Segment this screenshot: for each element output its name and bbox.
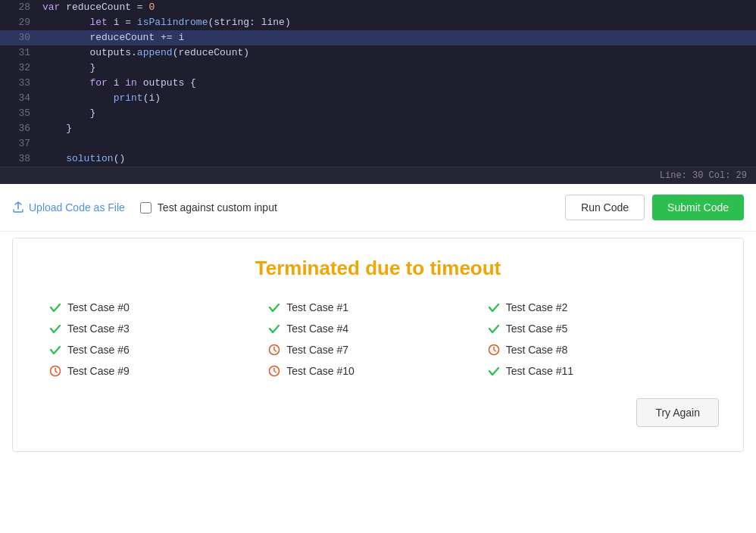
check-icon: [488, 365, 500, 377]
test-case-label: Test Case #5: [506, 323, 568, 335]
code-line-29: 29 let i = isPalindrome(string: line): [0, 15, 756, 30]
test-case-label: Test Case #6: [67, 344, 130, 356]
test-case-item: Test Case #11: [488, 365, 707, 377]
toolbar: Upload Code as File Test against custom …: [0, 184, 756, 232]
check-icon: [488, 323, 500, 335]
custom-input-checkbox[interactable]: [140, 202, 152, 214]
test-case-label: Test Case #2: [506, 301, 568, 313]
check-icon: [488, 301, 500, 313]
upload-code-link[interactable]: Upload Code as File: [12, 201, 125, 214]
code-line-37: 37: [0, 136, 756, 151]
test-case-item: Test Case #4: [268, 323, 487, 335]
test-case-label: Test Case #3: [67, 323, 130, 335]
editor-cursor-position: Line: 30 Col: 29: [660, 170, 747, 181]
clock-icon: [488, 344, 500, 356]
code-line-33: 33 for i in outputs {: [0, 76, 756, 91]
clock-icon: [268, 365, 280, 377]
test-case-label: Test Case #10: [286, 365, 355, 377]
test-case-item: Test Case #9: [49, 365, 268, 377]
code-line-38: 38 solution(): [0, 151, 756, 167]
test-case-item: Test Case #8: [488, 344, 707, 356]
code-line-30: 30 reduceCount += i: [0, 30, 756, 45]
upload-label: Upload Code as File: [29, 201, 125, 214]
test-case-label: Test Case #11: [506, 365, 574, 377]
code-line-32: 32 }: [0, 61, 756, 76]
code-line-35: 35 }: [0, 106, 756, 121]
test-case-label: Test Case #7: [286, 344, 348, 356]
results-container: Terminated due to timeout Test Case #0 T…: [0, 232, 756, 458]
test-case-item: Test Case #10: [268, 365, 487, 377]
toolbar-actions: Run Code Submit Code: [565, 195, 744, 220]
test-case-item: Test Case #2: [488, 301, 707, 313]
code-line-36: 36 }: [0, 121, 756, 136]
test-case-item: Test Case #6: [49, 344, 268, 356]
test-case-item: Test Case #1: [268, 301, 487, 313]
test-case-item: Test Case #0: [49, 301, 268, 313]
test-case-label: Test Case #4: [286, 323, 348, 335]
test-case-label: Test Case #8: [506, 344, 568, 356]
try-again-button[interactable]: Try Again: [636, 398, 719, 427]
clock-icon: [49, 365, 61, 377]
check-icon: [49, 301, 61, 313]
custom-input-text: Test against custom input: [158, 201, 277, 214]
check-icon: [268, 301, 280, 313]
test-case-label: Test Case #0: [67, 301, 130, 313]
test-case-item: Test Case #3: [49, 323, 268, 335]
test-case-label: Test Case #9: [67, 365, 130, 377]
try-again-row: Try Again: [37, 398, 719, 427]
code-line-28: 28 var reduceCount = 0: [0, 0, 756, 15]
check-icon: [49, 323, 61, 335]
upload-icon: [12, 201, 24, 214]
submit-code-button[interactable]: Submit Code: [652, 195, 744, 220]
code-line-34: 34 print(i): [0, 91, 756, 106]
check-icon: [49, 344, 61, 356]
editor-status-bar: Line: 30 Col: 29: [0, 167, 756, 184]
timeout-title: Terminated due to timeout: [37, 257, 719, 280]
code-editor: 28 var reduceCount = 0 29 let i = isPali…: [0, 0, 756, 167]
code-line-31: 31 outputs.append(reduceCount): [0, 45, 756, 61]
clock-icon: [268, 344, 280, 356]
run-code-button[interactable]: Run Code: [565, 195, 645, 220]
custom-input-label[interactable]: Test against custom input: [140, 201, 277, 214]
test-cases-grid: Test Case #0 Test Case #1 Test Case #2 T…: [37, 301, 719, 377]
results-panel: Terminated due to timeout Test Case #0 T…: [12, 238, 744, 452]
test-case-label: Test Case #1: [286, 301, 348, 313]
test-case-item: Test Case #7: [268, 344, 487, 356]
check-icon: [268, 323, 280, 335]
test-case-item: Test Case #5: [488, 323, 707, 335]
